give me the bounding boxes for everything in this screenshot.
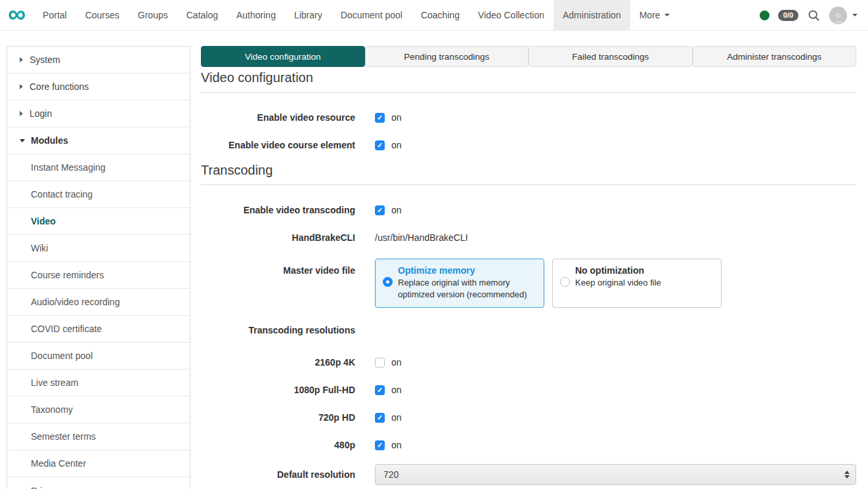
admin-sidebar: System Core functions Login Modules Inst… <box>7 46 190 489</box>
checkbox-value-label: on <box>391 357 402 368</box>
option-card-no-optimization[interactable]: No optimization Keep original video file <box>552 259 722 308</box>
search-button[interactable] <box>807 9 821 22</box>
sidebar-item-contact-tracing[interactable]: Contact tracing <box>7 181 190 208</box>
sidebar-item-privacy[interactable]: Privacy <box>7 477 190 489</box>
form-row-enable-video-resource: Enable video resource on <box>201 109 856 126</box>
page-title: Video configuration <box>201 70 856 93</box>
resolution-2160p-checkbox[interactable] <box>375 358 385 368</box>
chevron-down-icon <box>20 139 25 142</box>
form-row-transcoding-resolutions: Transcoding resolutions <box>201 322 856 339</box>
field-label: Enable video course element <box>201 140 355 150</box>
sidebar-item-label: COVID certificate <box>31 324 102 334</box>
resolution-720p-checkbox[interactable] <box>375 413 385 423</box>
sidebar-item-label: Audio/video recording <box>31 297 119 307</box>
radio-unselected-icon[interactable] <box>560 277 570 287</box>
chat-counter-badge[interactable]: 0/0 <box>778 10 798 21</box>
sidebar-item-document-pool[interactable]: Document pool <box>7 343 190 370</box>
page-body: System Core functions Login Modules Inst… <box>0 31 868 489</box>
resolution-1080p-checkbox[interactable] <box>375 385 385 395</box>
option-title: No optimization <box>575 265 713 276</box>
enable-video-transcoding-checkbox[interactable] <box>375 205 385 215</box>
checkbox-value-label: on <box>391 140 402 150</box>
enable-video-resource-checkbox[interactable] <box>375 113 385 123</box>
sidebar-item-wiki[interactable]: Wiki <box>7 235 190 262</box>
nav-item-coaching[interactable]: Coaching <box>412 0 469 30</box>
sidebar-item-label: Document pool <box>31 351 93 361</box>
nav-item-groups[interactable]: Groups <box>129 0 177 30</box>
radio-selected-icon[interactable] <box>383 277 393 287</box>
nav-item-more[interactable]: More <box>630 0 679 30</box>
sidebar-item-label: Media Center <box>31 458 86 469</box>
sidebar-item-semester-terms[interactable]: Semester terms <box>7 423 190 450</box>
sidebar-item-modules[interactable]: Modules <box>7 127 190 154</box>
user-silhouette-icon <box>831 11 845 24</box>
nav-item-label: Document pool <box>341 10 402 20</box>
sidebar-item-instant-messaging[interactable]: Instant Messaging <box>7 154 190 181</box>
form-row-720p: 720p HD on <box>201 409 856 426</box>
nav-item-courses[interactable]: Courses <box>76 0 129 30</box>
presence-status-icon <box>760 11 770 20</box>
sidebar-item-label: Modules <box>31 135 68 146</box>
sidebar-item-label: Instant Messaging <box>31 162 106 173</box>
nav-item-video-collection[interactable]: Video Collection <box>469 0 553 30</box>
sidebar-item-audio-video-recording[interactable]: Audio/video recording <box>7 289 190 316</box>
tab-label: Video configuration <box>245 52 320 62</box>
option-card-optimize-memory[interactable]: Optimize memory Replace original with me… <box>375 259 544 308</box>
nav-item-label: Administration <box>563 10 621 20</box>
checkbox-value-label: on <box>391 412 402 423</box>
tab-pending-transcodings[interactable]: Pending transcodings <box>365 46 529 67</box>
nav-item-authoring[interactable]: Authoring <box>227 0 285 30</box>
sidebar-item-live-stream[interactable]: Live stream <box>7 370 190 396</box>
form-row-master-video-file: Master video file Optimize memory Replac… <box>201 259 856 308</box>
field-label: Enable video resource <box>201 112 355 123</box>
segment-tabs: Video configuration Pending transcodings… <box>201 46 856 67</box>
sidebar-item-media-center[interactable]: Media Center <box>7 450 190 477</box>
resolution-480p-checkbox[interactable] <box>375 440 385 450</box>
user-menu[interactable] <box>829 7 857 24</box>
nav-item-label: Catalog <box>186 10 218 20</box>
chevron-right-icon <box>20 57 23 62</box>
tab-failed-transcodings[interactable]: Failed transcodings <box>529 46 693 67</box>
form-row-480p: 480p on <box>201 436 856 454</box>
tab-administer-transcodings[interactable]: Administer transcodings <box>693 46 857 67</box>
nav-item-label: Video Collection <box>478 10 544 20</box>
sidebar-item-covid-certificate[interactable]: COVID certificate <box>7 316 190 343</box>
sidebar-item-label: Taxonomy <box>31 404 73 415</box>
sidebar-item-system[interactable]: System <box>7 47 190 74</box>
sidebar-item-login[interactable]: Login <box>7 100 190 127</box>
sidebar-item-course-reminders[interactable]: Course reminders <box>7 262 190 289</box>
nav-item-library[interactable]: Library <box>285 0 332 30</box>
openolat-logo[interactable]: ∞ <box>0 0 33 30</box>
option-description: Replace original with memory optimized v… <box>398 277 536 300</box>
handbrakecli-path-value: /usr/bin/HandBrakeCLI <box>375 232 468 243</box>
checkbox-value-label: on <box>391 205 402 215</box>
selected-option-label: 720 <box>383 469 399 480</box>
checkbox-value-label: on <box>391 385 402 395</box>
sidebar-item-core-functions[interactable]: Core functions <box>7 74 190 100</box>
enable-video-course-element-checkbox[interactable] <box>375 140 385 150</box>
navbar-right: 0/0 <box>760 0 868 30</box>
sidebar-item-video[interactable]: Video <box>7 208 190 235</box>
field-label: Transcoding resolutions <box>201 325 355 335</box>
option-description: Keep original video file <box>575 277 713 289</box>
form-row-2160p: 2160p 4K on <box>201 354 856 371</box>
infinity-icon: ∞ <box>8 1 24 26</box>
nav-item-administration[interactable]: Administration <box>553 0 630 30</box>
nav-item-document-pool[interactable]: Document pool <box>332 0 412 30</box>
field-label: 480p <box>201 440 355 450</box>
nav-item-label: Coaching <box>421 10 460 20</box>
section-title-transcoding: Transcoding <box>201 163 856 185</box>
default-resolution-select[interactable]: 720 <box>375 464 856 485</box>
nav-item-label: Library <box>294 10 322 20</box>
form-row-enable-video-transcoding: Enable video transcoding on <box>201 202 856 219</box>
field-label: 2160p 4K <box>201 357 355 368</box>
nav-item-portal[interactable]: Portal <box>33 0 76 30</box>
search-icon <box>807 9 821 22</box>
sidebar-item-label: Contact tracing <box>31 189 93 200</box>
top-navbar: ∞ Portal Courses Groups Catalog Authorin… <box>0 0 868 31</box>
sidebar-item-taxonomy[interactable]: Taxonomy <box>7 396 190 423</box>
nav-item-catalog[interactable]: Catalog <box>177 0 227 30</box>
nav-item-label: Courses <box>85 10 119 20</box>
tab-video-configuration[interactable]: Video configuration <box>201 46 365 67</box>
field-label: Enable video transcoding <box>201 205 355 215</box>
